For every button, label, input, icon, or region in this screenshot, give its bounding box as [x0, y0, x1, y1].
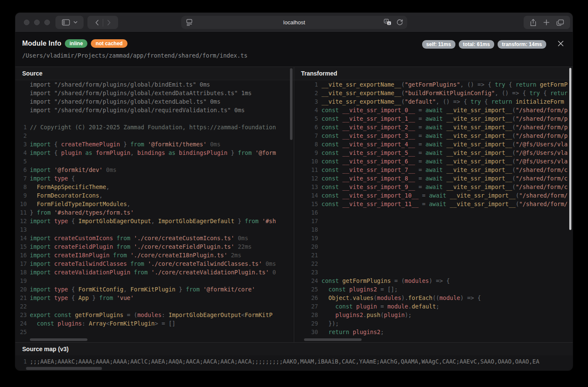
status-badge-inline: inline — [65, 39, 87, 48]
code-line: 27 const plugin = module.default; — [294, 302, 572, 311]
traffic-lights — [24, 20, 50, 25]
code-line: 2 — [15, 131, 294, 140]
code-line: 20import type { FormKitConfig, FormKitPl… — [15, 285, 294, 294]
sourcemap-horizontal-scrollbar[interactable] — [26, 367, 102, 370]
timing-self: self: 11ms — [422, 40, 455, 49]
code-line: 1;;;AAEA;AAAkC;AAAA;AAAA;AAAA;AAClC;AAEA… — [15, 357, 573, 366]
code-line: 7import type { — [15, 174, 294, 183]
close-window-button[interactable] — [24, 20, 29, 25]
code-line: 11const __vite_ssr_import_7__ = await __… — [294, 166, 572, 174]
code-line: 1// Copyright (C) 2012-2025 Zammad Found… — [15, 123, 294, 131]
code-line: 6import '@formkit/dev' 0ms — [15, 166, 294, 174]
code-line: 5const __vite_ssr_import_1__ = await __v… — [294, 114, 572, 123]
code-line: 20 — [294, 242, 572, 251]
code-line: 22 — [15, 302, 294, 311]
code-line: 12import type { ImportGlobEagerOutput, I… — [15, 217, 294, 225]
browser-window: localhost A x — [15, 13, 573, 370]
code-line: 16 — [294, 208, 572, 217]
address-bar[interactable]: localhost A x — [181, 16, 407, 29]
code-line: 24 const plugins: Array<FormKitPlugin> =… — [15, 319, 294, 328]
code-line: 18import createValidationPlugin from './… — [15, 268, 294, 276]
svg-text:x: x — [388, 22, 390, 25]
code-line: 2__vite_ssr_exportName__("buildFormKitPl… — [294, 89, 572, 97]
code-line: 19 — [15, 276, 294, 285]
close-icon[interactable] — [556, 38, 566, 49]
sourcemap-section: Source map (v3) 1;;;AAEA;AAAkC;AAAA;AAAA… — [15, 342, 573, 370]
code-line: 8const __vite_ssr_import_4__ = await __v… — [294, 140, 572, 148]
transformed-panel: Transformed 1__vite_ssr_exportName__("ge… — [294, 67, 572, 342]
code-line: 15import createFieldPlugin from './core/… — [15, 242, 294, 251]
forward-button[interactable] — [107, 20, 111, 26]
code-line: 17import createTailwindClasses from './c… — [15, 259, 294, 268]
code-line: 1__vite_ssr_exportName__("getFormPlugins… — [294, 80, 572, 89]
share-icon[interactable] — [530, 19, 536, 26]
nav-buttons-group — [87, 16, 118, 29]
code-line: 24const getFormPlugins = (modules) => { — [294, 276, 572, 285]
code-line: 21 — [294, 251, 572, 259]
code-line: 10const __vite_ssr_import_6__ = await __… — [294, 157, 572, 166]
page-title: Module Info — [22, 40, 61, 47]
code-line — [15, 114, 294, 123]
sourcemap-title: Source map (v3) — [15, 343, 573, 355]
code-line: 30 return plugins2; — [294, 328, 572, 336]
code-line: 10 FormFieldTypeImportModules, — [15, 200, 294, 208]
status-badge-not-cached: not cached — [91, 39, 127, 48]
transformed-horizontal-scrollbar[interactable] — [304, 338, 362, 341]
code-line: 9const __vite_ssr_import_5__ = await __v… — [294, 148, 572, 157]
code-line: 14const __vite_ssr_import_10__ = await _… — [294, 191, 572, 200]
chevron-down-icon[interactable] — [73, 21, 78, 24]
code-line: 9 FormDecoratorIcons, — [15, 191, 294, 200]
code-line: 26 Object.values(modules).forEach((modul… — [294, 294, 572, 302]
transformed-vertical-scrollbar[interactable] — [569, 68, 571, 230]
code-line: 14import createCustomIcons from './core/… — [15, 234, 294, 242]
sidebar-icon[interactable] — [62, 19, 70, 26]
code-line: 3import { createThemePlugin } from '@for… — [15, 140, 294, 148]
browser-toolbar: localhost A x — [15, 13, 573, 32]
code-panels: Source import "/shared/form/plugins/glob… — [15, 67, 573, 342]
code-line: 16import createI18nPlugin from './core/c… — [15, 251, 294, 259]
back-button[interactable] — [95, 20, 99, 26]
code-line: 7const __vite_ssr_import_3__ = await __v… — [294, 131, 572, 140]
code-line: 17 — [294, 217, 572, 225]
code-line: 3__vite_ssr_exportName__("default", () =… — [294, 97, 572, 106]
code-line: 28 plugins2.push(plugin); — [294, 311, 572, 319]
source-horizontal-scrollbar[interactable] — [30, 338, 87, 341]
code-line: 8 FormAppSpecificTheme, — [15, 183, 294, 191]
minimize-window-button[interactable] — [34, 20, 40, 25]
code-line: 15const __vite_ssr_import_11__ = await _… — [294, 200, 572, 208]
new-tab-icon[interactable] — [543, 19, 550, 26]
code-line: 23 — [294, 268, 572, 276]
sourcemap-code: 1;;;AAEA;AAAkC;AAAA;AAAA;AAAA;AAClC;AAEA… — [15, 357, 573, 367]
code-line: import "/shared/form/plugins/global/requ… — [15, 106, 294, 114]
source-vertical-scrollbar[interactable] — [290, 68, 293, 140]
translate-icon[interactable]: A x — [384, 19, 392, 26]
code-line: 13const __vite_ssr_import_9__ = await __… — [294, 183, 572, 191]
timing-total: total: 61ms — [459, 40, 494, 49]
reload-icon[interactable] — [396, 19, 403, 26]
source-panel-title: Source — [15, 67, 294, 80]
source-panel: Source import "/shared/form/plugins/glob… — [15, 67, 294, 342]
code-line: 19 — [294, 234, 572, 242]
code-line: 18 — [294, 225, 572, 234]
code-line: import "/shared/form/plugins/global/exte… — [15, 89, 294, 97]
module-info-header: Module Info inline not cached self: 11ms… — [15, 32, 573, 67]
zoom-window-button[interactable] — [44, 20, 50, 25]
code-line: 13 — [15, 225, 294, 234]
code-line: 6const __vite_ssr_import_2__ = await __v… — [294, 123, 572, 131]
code-line: 5 — [15, 157, 294, 166]
timing-transform: transform: 14ms — [498, 40, 546, 49]
code-line: 23export const getFormPlugins = (modules… — [15, 311, 294, 319]
tab-overview-icon[interactable] — [556, 19, 564, 26]
url-text: localhost — [181, 16, 407, 29]
code-line: 29 }); — [294, 319, 572, 328]
toolbar-right-group — [524, 16, 570, 29]
timing-badges: self: 11ms total: 61ms transform: 14ms — [422, 40, 546, 49]
nav-divider — [103, 19, 103, 26]
code-line: 4const __vite_ssr_import_0__ = await __v… — [294, 106, 572, 114]
code-line: 25 const plugins2 = []; — [294, 285, 572, 294]
transformed-code: 1__vite_ssr_exportName__("getFormPlugins… — [294, 80, 572, 342]
code-line: import "/shared/form/plugins/global/exte… — [15, 97, 294, 106]
module-file-path: /Users/vladimir/Projects/zammad/app/fron… — [22, 52, 247, 59]
transformed-panel-title: Transformed — [294, 67, 572, 80]
source-code: import "/shared/form/plugins/global/bind… — [15, 80, 294, 342]
